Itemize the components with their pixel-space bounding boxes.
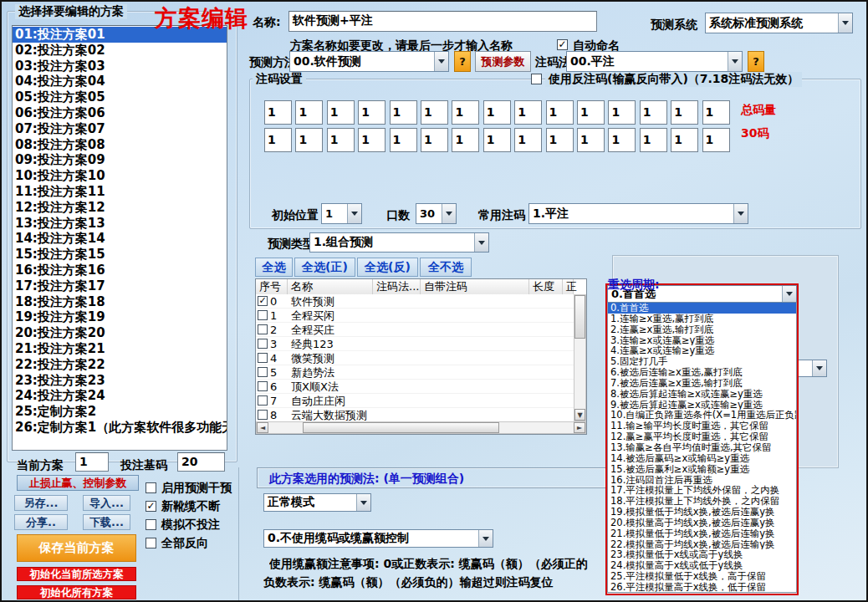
method-checkbox[interactable] [258, 381, 268, 391]
chevron-down-icon[interactable] [728, 52, 742, 71]
plan-list-item[interactable]: 21:投注方案21 [13, 341, 227, 357]
method-checkbox[interactable] [258, 367, 268, 377]
plan-list-item[interactable]: 04:投注方案04 [13, 74, 227, 89]
table-header-cell[interactable]: 序号 [256, 279, 288, 294]
reselect-option[interactable]: 14.被选后赢码≥x或输码≥y重选 [608, 453, 796, 464]
common-code-select[interactable]: 1.平注 [528, 203, 748, 224]
table-header-cell[interactable]: 名称 [288, 279, 373, 294]
reselect-option[interactable]: 3.连输≥x或连赢≥y重选 [608, 335, 796, 346]
scroll-right-icon[interactable]: ► [574, 422, 585, 433]
reverse-bet-checkbox[interactable] [531, 74, 542, 84]
bet-code-input[interactable]: 1 [608, 100, 636, 125]
plan-list-item[interactable]: 13:投注方案13 [13, 216, 227, 232]
reselect-option[interactable]: 13.输赢≥各自平均值时重选,其它保留 [608, 442, 796, 453]
bet-code-input[interactable]: 1 [421, 100, 448, 125]
bet-code-input[interactable]: 1 [264, 128, 292, 152]
plan-list-item[interactable]: 23:投注方案23 [13, 373, 227, 389]
bet-code-input[interactable]: 1 [514, 100, 542, 125]
method-help-button[interactable]: ? [454, 51, 471, 72]
reselect-option[interactable]: 4.连赢≥x或连输≥y重选 [608, 345, 796, 356]
reselect-option[interactable]: 12.赢≥赢平均长度时重选，其它保留 [608, 431, 796, 442]
bet-code-input[interactable]: 1 [483, 100, 511, 125]
table-header-cell[interactable]: 长度 [529, 279, 563, 294]
bet-code-input[interactable]: 1 [702, 100, 730, 125]
plan-list-item[interactable]: 25:定制方案2 [13, 404, 227, 420]
reselect-option[interactable]: 2.连赢≥x重选,输打到底 [608, 324, 796, 335]
bet-code-input[interactable]: 1 [577, 100, 605, 125]
name-input[interactable]: 软件预测+平注 [288, 11, 597, 32]
table-row[interactable]: 6顶X顺X法 [256, 380, 586, 394]
autoname-checkbox[interactable]: ✓ [557, 39, 568, 50]
reselect-option[interactable]: 26.平注模拟量高于x线换，低于保留 [608, 582, 796, 593]
bet-code-input[interactable]: 1 [327, 100, 355, 125]
reselect-option[interactable]: 16.注码回首注后再重选 [608, 475, 796, 486]
reselect-option[interactable]: 5.固定打几手 [608, 356, 796, 367]
table-row[interactable]: 5新趋势法 [256, 365, 586, 380]
bet-base-input[interactable]: 20 [177, 452, 225, 472]
plan-list-item[interactable]: 20:投注方案20 [13, 325, 227, 341]
reselect-option[interactable]: 18.平注模拟量上下均线外换，之内保留 [608, 496, 796, 507]
bet-code-input[interactable]: 1 [327, 128, 355, 152]
reselect-option[interactable]: 1.连输≥x重选,赢打到底 [608, 314, 796, 324]
table-header-cell[interactable]: 正 [563, 279, 574, 294]
reselect-dropdown-list[interactable]: 0.首首选1.连输≥x重选,赢打到底2.连赢≥x重选,输打到底3.连输≥x或连赢… [607, 303, 797, 593]
reselect-option[interactable]: 6.被选后连输≥x重选,赢打到底 [608, 367, 796, 378]
select-all-neg-button[interactable]: 全选(反) [357, 258, 418, 277]
init-selected-plan-button[interactable]: 初始化当前所选方案 [17, 567, 136, 581]
plan-list-item[interactable]: 22:投注方案22 [13, 357, 227, 373]
bet-code-input[interactable]: 1 [577, 128, 605, 152]
bet-code-input[interactable]: 1 [671, 100, 698, 125]
table-row[interactable]: 3经典123 [256, 337, 586, 351]
mouth-count-select[interactable]: 30 [416, 203, 457, 224]
bet-code-input[interactable]: 1 [264, 100, 292, 125]
plan-list-item[interactable]: 02:投注方案02 [13, 43, 227, 59]
option-checkbox[interactable] [146, 519, 156, 530]
code-help-button[interactable]: ? [748, 51, 764, 72]
bet-code-input[interactable]: 1 [358, 128, 385, 152]
hscroll-thumb[interactable] [303, 422, 499, 433]
reselect-option[interactable]: 11.输≥输平均长度时重选，其它保留 [608, 421, 796, 431]
predict-params-button[interactable]: 预测参数 [475, 51, 531, 72]
bet-code-input[interactable]: 1 [295, 100, 323, 125]
save-as-button[interactable]: 另存... [14, 495, 68, 511]
mode-select[interactable]: 正常模式 [263, 493, 371, 512]
option-checkbox[interactable] [146, 482, 156, 493]
plan-list-item[interactable]: 12:投注方案12 [13, 200, 227, 216]
method-checkbox[interactable] [258, 410, 268, 420]
plan-list-item[interactable]: 24:投注方案24 [13, 388, 227, 404]
chevron-down-icon[interactable] [812, 360, 826, 376]
reselect-option[interactable]: 25.平注模拟量低于x线换，高于保留 [608, 571, 796, 582]
reselect-option[interactable]: 21.模拟量低于均线x换,被选后连输y换 [608, 528, 796, 539]
table-row[interactable]: 7自动庄庄闲 [256, 394, 586, 408]
option-checkbox[interactable] [146, 538, 156, 548]
plan-list-item[interactable]: 06:投注方案06 [13, 105, 227, 121]
bet-code-input[interactable]: 1 [390, 100, 417, 125]
plan-listbox[interactable]: 01:投注方案0102:投注方案0203:投注方案0304:投注方案0405:投… [12, 25, 227, 451]
plan-list-item[interactable]: 15:投注方案15 [13, 247, 227, 263]
bet-code-input[interactable]: 1 [608, 128, 636, 152]
plan-list-item[interactable]: 07:投注方案07 [13, 121, 227, 137]
chevron-down-icon[interactable] [782, 286, 796, 302]
method-checkbox-checked[interactable]: ✓ [258, 296, 268, 306]
bet-code-input[interactable]: 1 [702, 128, 730, 152]
select-none-button[interactable]: 全不选 [420, 258, 472, 277]
plan-list-item[interactable]: 11:投注方案11 [13, 184, 227, 200]
bet-code-input[interactable]: 1 [483, 128, 511, 152]
table-header-cell[interactable]: 注码法... [373, 279, 421, 294]
vscroll-thumb[interactable] [574, 295, 585, 339]
reselect-option[interactable]: 9.被选后算起连赢≥x或连输≥y重选 [608, 400, 796, 411]
system-select[interactable]: 系统标准预测系统 [705, 13, 853, 33]
plan-list-item[interactable]: 14:投注方案14 [13, 231, 227, 247]
predict-type-select[interactable]: 1.组合预测 [309, 232, 489, 253]
chevron-down-icon[interactable] [838, 13, 852, 33]
reselect-option[interactable]: 15.被选后赢利≥x或输额≥y重选 [608, 464, 796, 475]
chevron-down-icon[interactable] [442, 204, 456, 223]
bet-code-input[interactable]: 1 [421, 128, 448, 152]
bet-code-input[interactable]: 1 [390, 128, 417, 152]
plan-list-item[interactable]: 05:投注方案05 [13, 89, 227, 105]
method-select[interactable]: 00.软件预测 [289, 51, 449, 72]
plan-list-item[interactable]: 18:投注方案18 [13, 294, 227, 310]
plan-list-item[interactable]: 26:定制方案1（此方案软件很多功能无 [13, 420, 227, 436]
bet-code-input[interactable]: 1 [295, 128, 323, 152]
option-checkbox-checked[interactable]: ✓ [146, 501, 156, 512]
